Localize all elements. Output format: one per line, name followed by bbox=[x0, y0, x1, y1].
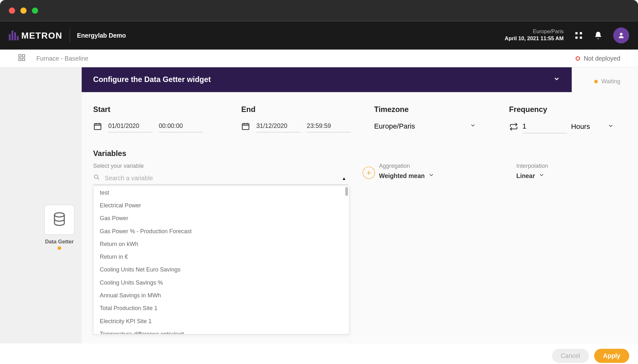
frequency-unit-select[interactable]: Hours bbox=[571, 120, 614, 133]
variable-option[interactable]: Cooling Units Net Euro Savings bbox=[93, 263, 349, 276]
chevron-down-icon bbox=[538, 172, 545, 180]
start-time-input[interactable]: 00:00:00 bbox=[159, 120, 203, 132]
start-label: Start bbox=[93, 106, 241, 115]
interpolation-select[interactable]: Linear bbox=[516, 172, 596, 180]
chevron-down-icon bbox=[428, 172, 434, 180]
svg-rect-4 bbox=[19, 55, 21, 57]
svg-rect-2 bbox=[575, 37, 578, 39]
deploy-status-icon bbox=[576, 56, 580, 61]
apply-button[interactable]: Apply bbox=[594, 348, 629, 362]
bell-icon[interactable] bbox=[594, 31, 603, 40]
chevron-down-icon bbox=[608, 123, 614, 130]
deploy-status[interactable]: Not deployed bbox=[576, 55, 620, 62]
variable-option[interactable]: Electricity KPI Site 1 bbox=[93, 315, 349, 327]
svg-rect-0 bbox=[575, 32, 578, 34]
widget-icon-box[interactable] bbox=[44, 205, 74, 235]
search-icon bbox=[93, 174, 100, 182]
scrollbar[interactable] bbox=[345, 187, 348, 196]
repeat-icon bbox=[509, 122, 518, 131]
variable-option[interactable]: test bbox=[93, 186, 349, 199]
deploy-status-label: Not deployed bbox=[584, 55, 620, 62]
chevron-down-icon bbox=[470, 122, 476, 130]
datetime-value: April 10, 2021 11:55 AM bbox=[505, 35, 564, 42]
variable-option[interactable]: Cooling Units Savings % bbox=[93, 276, 349, 289]
frequency-value-input[interactable]: 1 bbox=[522, 120, 567, 133]
variable-option[interactable]: Annual Savings in MWh bbox=[93, 289, 349, 302]
svg-rect-7 bbox=[22, 58, 25, 61]
close-window-button[interactable] bbox=[9, 8, 15, 14]
variable-option[interactable]: Gas Power bbox=[93, 212, 349, 225]
logo-icon bbox=[9, 31, 19, 41]
minimize-window-button[interactable] bbox=[20, 8, 26, 14]
svg-rect-1 bbox=[580, 32, 582, 34]
select-variable-label: Select your variable bbox=[93, 163, 379, 169]
brand-name: METRON bbox=[21, 30, 63, 41]
end-time-input[interactable]: 23:59:59 bbox=[307, 120, 351, 132]
svg-point-11 bbox=[94, 175, 98, 178]
maximize-window-button[interactable] bbox=[32, 8, 38, 14]
variables-label: Variables bbox=[93, 149, 627, 158]
calendar-icon[interactable] bbox=[93, 122, 102, 130]
svg-rect-3 bbox=[580, 37, 582, 39]
datetime-display: Europe/Paris April 10, 2021 11:55 AM bbox=[505, 28, 564, 42]
widget-label: Data Getter bbox=[44, 238, 74, 244]
titlebar bbox=[0, 0, 638, 21]
interpolation-value: Linear bbox=[516, 172, 535, 179]
breadcrumb-bar: Furnace - Baseline Not deployed bbox=[0, 50, 638, 68]
end-date-input[interactable]: 31/12/2020 bbox=[256, 120, 300, 132]
variable-search-input[interactable] bbox=[105, 175, 348, 182]
timezone-label: Europe/Paris bbox=[505, 28, 564, 35]
body: Data Getter Configure the Data Getter wi… bbox=[0, 67, 638, 343]
user-avatar[interactable] bbox=[613, 27, 629, 43]
svg-point-8 bbox=[55, 213, 64, 217]
aggregation-label: Aggregation bbox=[379, 163, 516, 169]
app-header: METRON Energylab Demo Europe/Paris April… bbox=[0, 21, 638, 50]
variable-dropdown[interactable]: testElectrical PowerGas PowerGas Power %… bbox=[93, 186, 349, 335]
variable-option[interactable]: Gas Power % - Production Forecast bbox=[93, 225, 349, 237]
aggregation-select[interactable]: Weighted mean bbox=[379, 172, 516, 180]
config-panel: Configure the Data Getter widget Waiting… bbox=[82, 67, 638, 343]
status-dot-icon bbox=[594, 79, 598, 83]
status-label: Waiting bbox=[601, 78, 620, 85]
canvas-sidebar: Data Getter bbox=[0, 67, 82, 343]
divider bbox=[70, 28, 70, 42]
apps-icon[interactable] bbox=[574, 31, 583, 40]
svg-rect-5 bbox=[22, 55, 25, 57]
chevron-down-icon[interactable] bbox=[553, 75, 560, 84]
timezone-select[interactable]: Europe/Paris bbox=[374, 120, 476, 133]
interpolation-label: Interpolation bbox=[516, 163, 596, 169]
form: Start 01/01/2020 00:00:00 End bbox=[82, 92, 638, 343]
variable-option[interactable]: Temperature difference entry/exit bbox=[93, 327, 349, 334]
svg-rect-9 bbox=[94, 123, 101, 130]
widget-status-dot bbox=[58, 246, 61, 250]
variable-option[interactable]: Return in € bbox=[93, 250, 349, 263]
variable-search[interactable]: ▲ bbox=[93, 172, 348, 185]
timezone-label: Timezone bbox=[374, 106, 509, 115]
variable-option[interactable]: Electrical Power bbox=[93, 199, 349, 212]
window-controls bbox=[9, 8, 38, 14]
app-window: METRON Energylab Demo Europe/Paris April… bbox=[0, 0, 638, 364]
caret-up-icon[interactable]: ▲ bbox=[342, 176, 346, 181]
aggregation-value: Weighted mean bbox=[379, 172, 425, 179]
variable-option[interactable]: Return on kWh bbox=[93, 238, 349, 250]
timezone-value: Europe/Paris bbox=[374, 122, 415, 130]
svg-rect-10 bbox=[242, 123, 249, 130]
page-title: Furnace - Baseline bbox=[36, 55, 88, 62]
dashboard-icon[interactable] bbox=[18, 54, 26, 63]
calendar-icon[interactable] bbox=[241, 122, 250, 130]
cancel-button[interactable]: Cancel bbox=[552, 348, 589, 362]
panel-header[interactable]: Configure the Data Getter widget bbox=[82, 67, 572, 92]
panel-title: Configure the Data Getter widget bbox=[93, 75, 211, 84]
frequency-unit-value: Hours bbox=[571, 123, 590, 130]
panel-status: Waiting bbox=[594, 78, 620, 85]
frequency-label: Frequency bbox=[509, 106, 627, 115]
brand-logo[interactable]: METRON bbox=[9, 30, 63, 41]
footer: Cancel Apply bbox=[0, 343, 638, 364]
project-name[interactable]: Energylab Demo bbox=[77, 32, 126, 39]
add-variable-button[interactable]: + bbox=[362, 167, 375, 179]
widget-node-data-getter[interactable]: Data Getter bbox=[44, 205, 74, 250]
svg-rect-6 bbox=[19, 58, 21, 61]
start-date-input[interactable]: 01/01/2020 bbox=[108, 120, 152, 132]
database-icon bbox=[51, 212, 68, 228]
variable-option[interactable]: Total Production Site 1 bbox=[93, 302, 349, 315]
